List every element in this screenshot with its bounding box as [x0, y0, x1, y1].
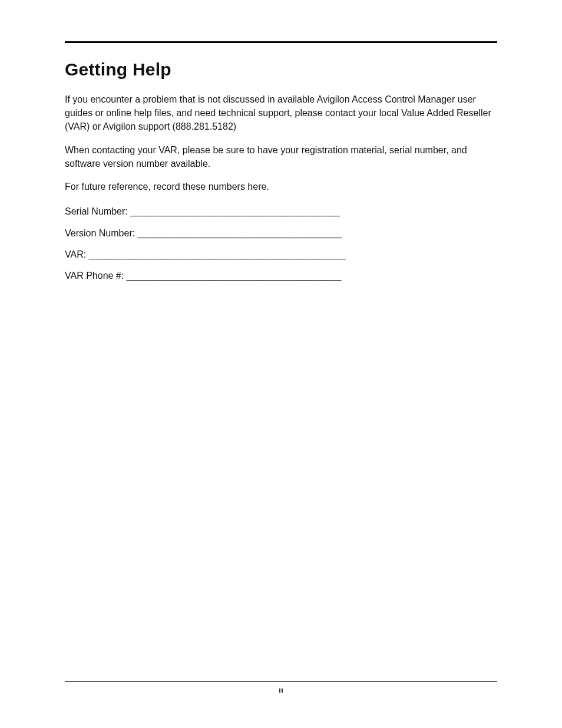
- field-var-phone: VAR Phone #: ___________________________…: [65, 267, 497, 285]
- field-version-number: Version Number: ________________________…: [65, 225, 497, 242]
- intro-paragraph-3: For future reference, record these numbe…: [65, 180, 497, 193]
- section-heading: Getting Help: [65, 60, 497, 80]
- intro-paragraph-2: When contacting your VAR, please be sure…: [65, 143, 497, 170]
- intro-paragraph-1: If you encounter a problem that is not d…: [65, 93, 497, 134]
- reference-fields: Serial Number: _________________________…: [65, 203, 497, 285]
- document-page: Getting Help If you encounter a problem …: [0, 0, 562, 728]
- field-serial-number: Serial Number: _________________________…: [65, 203, 497, 220]
- field-var: VAR: ___________________________________…: [65, 246, 497, 263]
- top-rule: [65, 41, 497, 43]
- bottom-rule: [65, 681, 497, 682]
- page-number: iii: [0, 687, 562, 694]
